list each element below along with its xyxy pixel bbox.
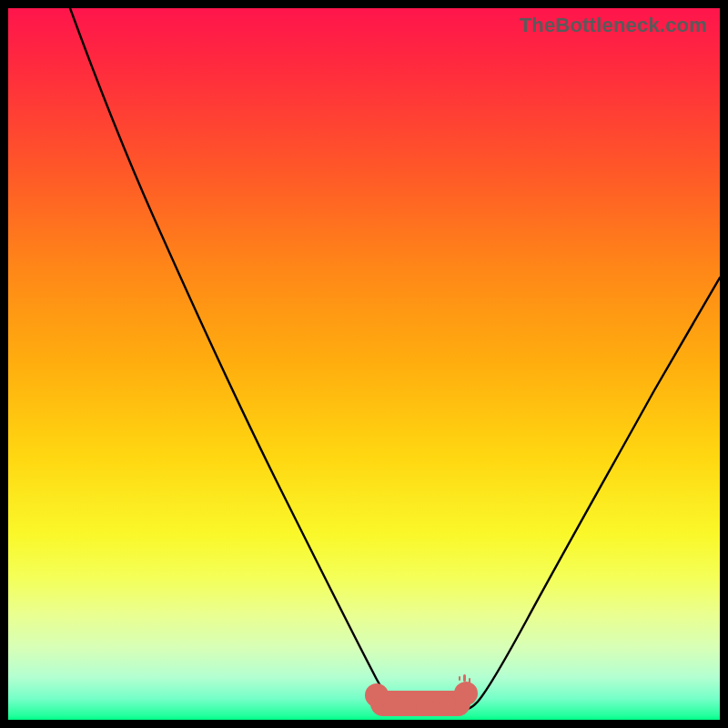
optimal-region-blob-mid2 xyxy=(416,698,436,716)
speck xyxy=(463,674,466,682)
optimal-region-blob-right xyxy=(454,682,478,705)
bottleneck-curve xyxy=(8,8,720,720)
speck xyxy=(459,676,460,681)
optimal-region-blob-mid1 xyxy=(389,696,407,716)
plot-area: TheBottleneck.com xyxy=(8,8,720,720)
speck xyxy=(469,678,470,683)
curve-path xyxy=(70,8,720,711)
optimal-region-blob-left xyxy=(365,683,389,707)
optimal-region-blob-mid3 xyxy=(438,694,456,714)
